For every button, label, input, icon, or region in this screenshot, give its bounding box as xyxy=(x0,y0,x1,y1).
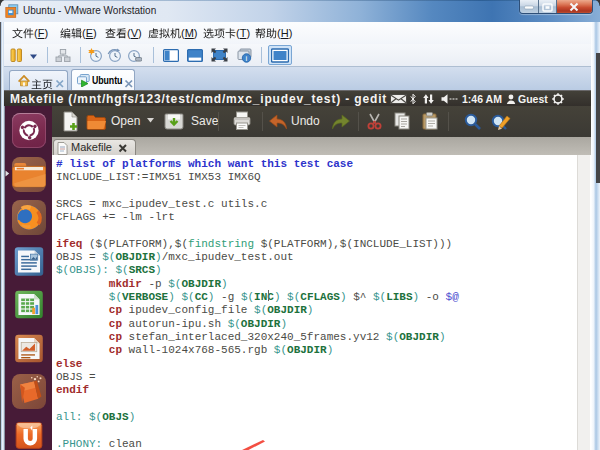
svg-text:i: i xyxy=(246,54,248,63)
